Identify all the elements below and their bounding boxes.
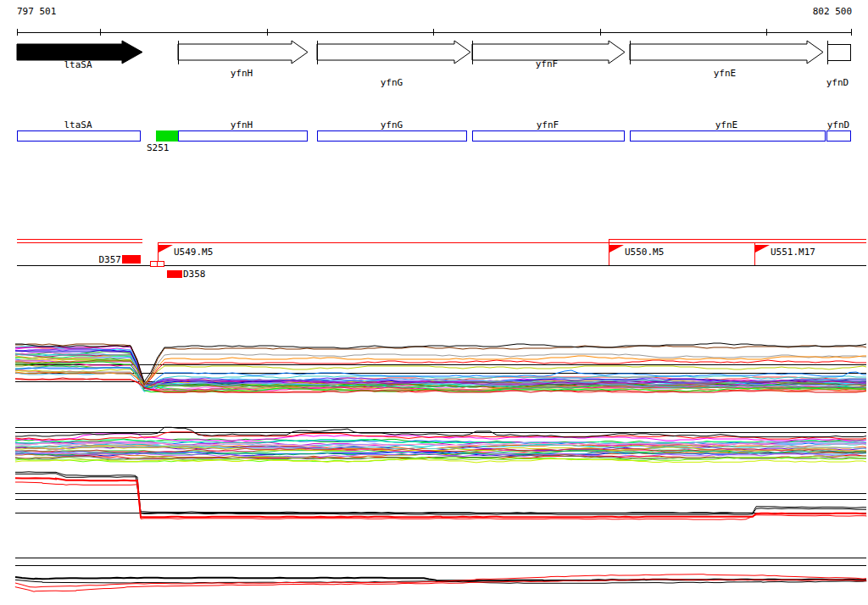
flag-label-U551.M17: U551.M17 xyxy=(771,247,815,258)
gene-label-yfnG: yfnG xyxy=(381,77,403,88)
probe-box xyxy=(158,262,164,267)
flag-label-U549.M5: U549.M5 xyxy=(174,247,213,258)
gene-body xyxy=(317,41,470,64)
region-label-yfnG: yfnG xyxy=(381,119,403,130)
gene-arrow-yfnF[interactable]: yfnF xyxy=(472,41,625,69)
gene-label-ltaSA: ltaSA xyxy=(64,59,92,70)
region-rect xyxy=(318,131,467,142)
flag-pennant-icon xyxy=(159,245,173,253)
region-box-ltaSA[interactable]: ltaSA xyxy=(18,119,141,142)
gene-body xyxy=(828,45,851,61)
region-label-yfnF: yfnF xyxy=(537,119,559,130)
expression-band-4 xyxy=(15,558,866,592)
gene-arrow-yfnG[interactable]: yfnG xyxy=(317,41,470,88)
down-marker-rect xyxy=(122,255,141,264)
down-marker-rect xyxy=(167,270,182,278)
gene-label-yfnE: yfnE xyxy=(714,68,737,79)
flag-label-U550.M5: U550.M5 xyxy=(625,247,664,258)
region-rect xyxy=(18,131,141,142)
region-box-yfnF[interactable]: yfnF xyxy=(473,119,625,142)
gene-arrow-yfnH[interactable]: yfnH xyxy=(178,41,308,79)
region-box-yfnD[interactable]: yfnD xyxy=(827,119,851,142)
gene-label-yfnF: yfnF xyxy=(536,58,559,69)
probe-box xyxy=(151,262,158,267)
flag-U549.M5[interactable]: U549.M5 xyxy=(159,242,214,265)
region-label-yfnH: yfnH xyxy=(231,119,253,130)
gene-label-yfnD: yfnD xyxy=(826,77,849,88)
marker-S251[interactable]: S251 xyxy=(147,130,178,153)
browser-canvas: ltaSAyfnHyfnGyfnFyfnEyfnDltaSAyfnHyfnGyf… xyxy=(0,0,868,605)
region-rect xyxy=(473,131,625,142)
down-marker-label-D358: D358 xyxy=(183,269,206,280)
expression-band-1 xyxy=(15,343,866,392)
gene-arrow-yfnE[interactable]: yfnE xyxy=(630,41,823,79)
gene-arrow-yfnD[interactable]: yfnD xyxy=(826,41,851,88)
gene-label-yfnH: yfnH xyxy=(231,68,253,79)
flag-pennant-icon xyxy=(755,245,770,253)
down-marker-label-D357: D357 xyxy=(99,254,122,265)
region-label-yfnE: yfnE xyxy=(715,119,738,130)
gene-body xyxy=(178,41,308,64)
region-box-yfnH[interactable]: yfnH xyxy=(179,119,308,142)
region-box-yfnE[interactable]: yfnE xyxy=(631,119,826,142)
flag-pennant-icon xyxy=(609,245,624,253)
ruler xyxy=(17,29,852,36)
series-line xyxy=(15,474,866,515)
marker-D358[interactable]: D358 xyxy=(167,269,206,280)
region-rect xyxy=(631,131,826,142)
flag-U551.M17[interactable]: U551.M17 xyxy=(755,242,815,265)
marker-D357[interactable]: D357 xyxy=(99,254,142,265)
gene-arrow-ltaSA[interactable]: ltaSA xyxy=(17,41,142,70)
marker-label-S251: S251 xyxy=(147,142,170,153)
gene-body xyxy=(630,41,823,64)
marker-rect xyxy=(156,130,178,142)
expression-band-2 xyxy=(15,427,866,463)
series-line xyxy=(15,472,866,513)
expression-band-3 xyxy=(15,472,866,519)
genome-browser-view: 797 501 802 500 ltaSAyfnHyfnGyfnFyfnEyfn… xyxy=(0,0,868,605)
region-label-ltaSA: ltaSA xyxy=(64,119,92,130)
region-box-yfnG[interactable]: yfnG xyxy=(318,119,467,142)
region-rect xyxy=(179,131,308,142)
region-label-yfnD: yfnD xyxy=(827,119,850,130)
region-rect xyxy=(827,131,851,142)
